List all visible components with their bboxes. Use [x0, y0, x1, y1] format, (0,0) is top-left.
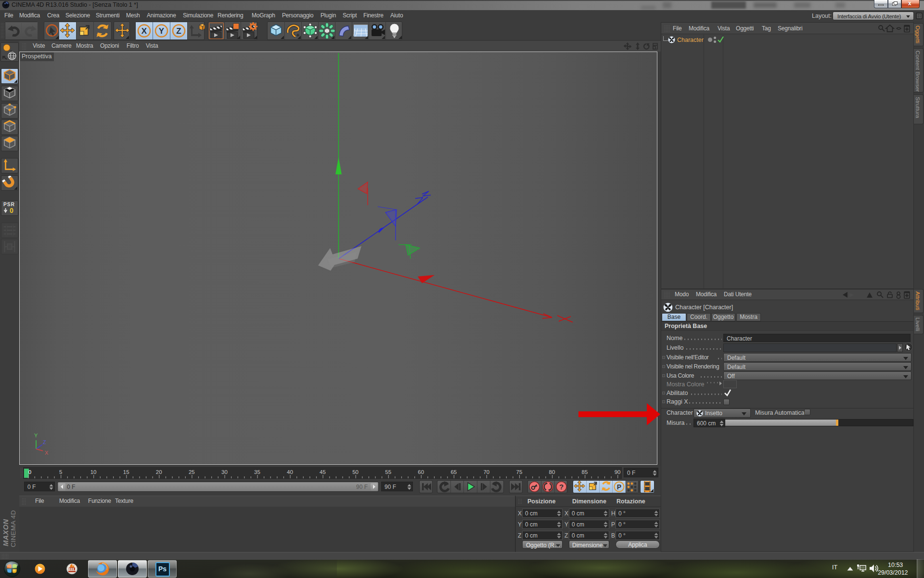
svg-text:0: 0 [10, 207, 13, 214]
svg-text:Z: Z [176, 26, 181, 36]
svg-text:Y: Y [34, 433, 38, 438]
svg-text:Z: Z [43, 439, 46, 445]
svg-text:P: P [617, 483, 621, 491]
svg-text:Y: Y [159, 26, 165, 36]
svg-text:X: X [141, 26, 147, 36]
svg-text:?: ? [559, 483, 564, 491]
svg-text:X: X [45, 450, 49, 456]
